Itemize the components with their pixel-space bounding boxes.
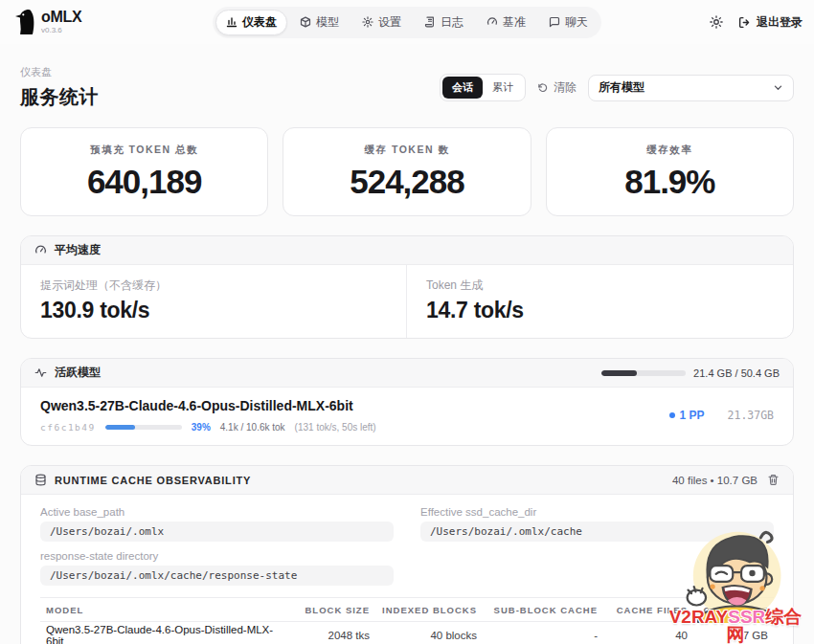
- blue-dot-icon: [669, 412, 675, 418]
- toggle-session[interactable]: 会话: [442, 77, 483, 99]
- active-models-title: 活跃模型: [55, 365, 101, 381]
- main-nav: 仪表盘 模型 设置: [213, 7, 601, 38]
- pp-badge-label: 1 PP: [680, 409, 705, 422]
- nav-tab-label: 设置: [378, 14, 401, 31]
- nav-tab-label: 日志: [441, 14, 464, 31]
- path-response-state: response-state directory /Users/bozai/.o…: [40, 550, 394, 586]
- memory-usage-text: 21.4 GB / 50.4 GB: [693, 367, 780, 379]
- package-icon: [300, 16, 311, 28]
- model-hash: cf6c1b49: [40, 422, 96, 433]
- model-rate: (131 tok/s, 50s left): [295, 422, 376, 433]
- nav-tab-chat[interactable]: 聊天: [538, 10, 599, 35]
- logout-icon: [738, 16, 751, 29]
- bar-chart-icon: [226, 16, 237, 28]
- token-generation-speed: Token 生成 14.7 tok/s: [407, 265, 793, 338]
- path-label: Effective ssd_cache_dir: [420, 506, 774, 518]
- model-token-count: 4.1k / 10.6k tok: [220, 422, 285, 433]
- cell-indexed-blocks: 40 blocks: [370, 630, 477, 641]
- path-value: /Users/bozai/.omlx: [40, 522, 394, 542]
- average-speed-section: 平均速度 提示词处理（不含缓存） 130.9 tok/s Token 生成 14…: [20, 235, 794, 339]
- path-label: Active base_path: [40, 506, 394, 518]
- active-models-section: 活跃模型 21.4 GB / 50.4 GB Qwen3.5-27B-Claud…: [20, 358, 794, 446]
- clear-label: 清除: [554, 79, 577, 96]
- chevron-down-icon: [773, 82, 783, 93]
- runtime-cache-body: Active base_path /Users/bozai/.omlx Effe…: [21, 495, 793, 644]
- breadcrumb: 仪表盘: [20, 65, 99, 79]
- stat-card-cached-tokens: 缓存 TOKEN 数 524,288: [283, 127, 531, 216]
- memory-bar-track: [601, 370, 686, 376]
- model-size: 21.37GB: [728, 409, 774, 422]
- model-select-value: 所有模型: [599, 79, 644, 96]
- col-block-size: BLOCK SIZE: [282, 605, 370, 615]
- top-navbar: oMLX v0.3.6 仪表盘 模型: [0, 0, 814, 44]
- cache-table-row: Qwen3.5-27B-Claude-4.6-Opus-Distilled-ML…: [40, 622, 774, 644]
- runtime-cache-header: RUNTIME CACHE OBSERVABILITY 40 files • 1…: [21, 466, 793, 495]
- database-icon: [34, 474, 47, 486]
- cell-block-size: 2048 tks: [282, 630, 370, 641]
- nav-tab-label: 模型: [316, 14, 339, 31]
- runtime-cache-title: RUNTIME CACHE OBSERVABILITY: [55, 475, 251, 486]
- logout-button[interactable]: 退出登录: [738, 14, 803, 31]
- stat-cards: 预填充 TOKEN 总数 640,189 缓存 TOKEN 数 524,288 …: [20, 127, 794, 216]
- cache-summary: 40 files • 10.7 GB: [672, 475, 757, 486]
- clear-button[interactable]: 清除: [537, 79, 577, 96]
- page-title: 服务统计: [20, 84, 99, 110]
- stat-label: 预填充 TOKEN 总数: [90, 144, 198, 157]
- model-progress-fill: [105, 425, 135, 430]
- model-select-dropdown[interactable]: 所有模型: [588, 75, 794, 101]
- refresh-icon: [537, 82, 549, 94]
- nav-tab-benchmark[interactable]: 基准: [476, 10, 536, 35]
- activity-pulse-icon: [34, 366, 47, 379]
- model-name: Qwen3.5-27B-Claude-4.6-Opus-Distilled-ML…: [40, 398, 376, 413]
- path-active-base: Active base_path /Users/bozai/.omlx: [40, 506, 394, 542]
- path-label: response-state directory: [40, 550, 394, 562]
- toggle-cumulative[interactable]: 累计: [483, 77, 523, 99]
- nav-tab-label: 仪表盘: [242, 14, 277, 31]
- col-indexed-blocks: INDEXED BLOCKS: [370, 605, 477, 615]
- active-model-row: Qwen3.5-27B-Claude-4.6-Opus-Distilled-ML…: [21, 388, 793, 445]
- omlx-dashboard-page: oMLX v0.3.6 仪表盘 模型: [0, 0, 814, 644]
- average-speed-title: 平均速度: [55, 242, 101, 258]
- stat-label: 缓存 TOKEN 数: [365, 144, 450, 157]
- scroll-icon: [424, 16, 436, 28]
- brand: oMLX v0.3.6: [11, 9, 81, 35]
- nav-tab-label: 聊天: [565, 14, 588, 31]
- stat-card-cache-efficiency: 缓存效率 81.9%: [546, 127, 794, 216]
- runtime-cache-section: RUNTIME CACHE OBSERVABILITY 40 files • 1…: [20, 465, 794, 644]
- nav-tab-settings[interactable]: 设置: [351, 10, 412, 35]
- logout-label: 退出登录: [757, 14, 803, 31]
- speedometer-icon: [34, 244, 47, 256]
- nav-tab-models[interactable]: 模型: [289, 10, 350, 35]
- gear-icon: [362, 16, 373, 28]
- col-model: MODEL: [46, 605, 282, 615]
- active-models-header: 活跃模型 21.4 GB / 50.4 GB: [21, 359, 793, 388]
- brand-name: oMLX: [41, 10, 81, 25]
- stat-value: 524,288: [350, 163, 464, 201]
- gauge-icon: [486, 16, 498, 28]
- nav-tab-label: 基准: [503, 14, 526, 31]
- cache-table-header: MODEL BLOCK SIZE INDEXED BLOCKS SUB-BLOC…: [40, 597, 774, 622]
- model-progress-percent: 39%: [192, 422, 211, 433]
- model-progress-track: [105, 425, 182, 430]
- speed-value: 130.9 tok/s: [40, 298, 387, 323]
- stat-label: 缓存效率: [646, 144, 692, 157]
- prompt-processing-speed: 提示词处理（不含缓存） 130.9 tok/s: [21, 265, 407, 338]
- theme-toggle-sun-icon[interactable]: [710, 15, 723, 29]
- trash-icon[interactable]: [767, 474, 780, 486]
- session-cumulative-toggle: 会话 累计: [440, 74, 526, 101]
- speed-value: 14.7 tok/s: [426, 298, 774, 323]
- speed-label: 提示词处理（不含缓存）: [40, 278, 387, 294]
- memory-bar-fill: [601, 370, 637, 376]
- nav-tab-dashboard[interactable]: 仪表盘: [215, 10, 287, 35]
- stat-card-prefill-tokens: 预填充 TOKEN 总数 640,189: [20, 127, 268, 216]
- navbar-right: 退出登录: [710, 14, 803, 31]
- pp-badge: 1 PP: [669, 409, 705, 422]
- header-controls: 会话 累计 清除 所有模型: [440, 74, 794, 101]
- col-cache-files: CACHE FILES: [598, 605, 688, 615]
- path-value: /Users/bozai/.omlx/cache/response-state: [40, 566, 394, 586]
- col-cache-size: CACHE SIZE: [688, 605, 768, 615]
- nav-tab-logs[interactable]: 日志: [414, 10, 474, 35]
- penguin-logo-icon: [11, 9, 36, 35]
- memory-usage: 21.4 GB / 50.4 GB: [601, 367, 780, 379]
- cell-cache-files: 40: [598, 630, 688, 641]
